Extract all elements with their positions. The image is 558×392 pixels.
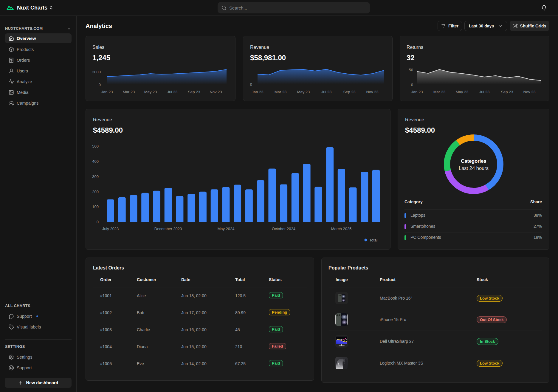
svg-text:Mar 23: Mar 23 bbox=[123, 90, 135, 94]
svg-text:100: 100 bbox=[92, 204, 99, 209]
svg-text:400: 400 bbox=[92, 159, 99, 164]
svg-text:Share: Share bbox=[530, 199, 542, 204]
svg-text:0: 0 bbox=[250, 82, 252, 87]
svg-text:May 2024: May 2024 bbox=[217, 227, 234, 231]
svg-text:May 23: May 23 bbox=[297, 90, 310, 94]
svg-text:Jan 23: Jan 23 bbox=[101, 90, 113, 94]
svg-text:0: 0 bbox=[411, 83, 413, 87]
svg-text:Sep 23: Sep 23 bbox=[188, 90, 200, 94]
svg-text:Categories: Categories bbox=[461, 158, 486, 164]
svg-text:2000: 2000 bbox=[92, 70, 101, 74]
svg-text:0: 0 bbox=[99, 83, 101, 87]
svg-text:27%: 27% bbox=[534, 224, 542, 229]
svg-text:October 2024: October 2024 bbox=[272, 227, 295, 231]
svg-text:Laptops: Laptops bbox=[410, 213, 425, 218]
svg-text:Nov 23: Nov 23 bbox=[523, 90, 535, 94]
svg-text:Jan 23: Jan 23 bbox=[411, 90, 423, 94]
svg-text:Smartphones: Smartphones bbox=[410, 224, 435, 229]
svg-text:200: 200 bbox=[92, 190, 99, 194]
svg-text:Mar 23: Mar 23 bbox=[433, 90, 445, 94]
svg-text:July 2023: July 2023 bbox=[102, 227, 119, 231]
svg-text:Last 24 hours: Last 24 hours bbox=[459, 165, 489, 171]
svg-text:December 2023: December 2023 bbox=[154, 227, 182, 231]
svg-text:May 23: May 23 bbox=[456, 90, 469, 94]
svg-text:Jan 23: Jan 23 bbox=[252, 90, 263, 94]
svg-text:March 2025: March 2025 bbox=[331, 227, 352, 231]
svg-text:0: 0 bbox=[97, 220, 99, 224]
svg-text:Nov 23: Nov 23 bbox=[210, 90, 222, 94]
svg-text:May 23: May 23 bbox=[144, 90, 157, 94]
svg-text:300: 300 bbox=[92, 174, 99, 179]
svg-text:500: 500 bbox=[92, 144, 99, 148]
svg-text:Sep 23: Sep 23 bbox=[501, 90, 513, 94]
svg-text:Jul 23: Jul 23 bbox=[479, 90, 490, 94]
svg-text:Mar 23: Mar 23 bbox=[275, 90, 286, 94]
svg-text:38%: 38% bbox=[534, 213, 542, 218]
svg-text:Category: Category bbox=[404, 199, 423, 204]
svg-text:Sep 23: Sep 23 bbox=[343, 90, 355, 94]
svg-text:Jul 23: Jul 23 bbox=[167, 90, 178, 94]
svg-text:50: 50 bbox=[409, 68, 413, 72]
svg-text:Nov 23: Nov 23 bbox=[366, 90, 378, 94]
svg-text:Jul 23: Jul 23 bbox=[321, 90, 332, 94]
svg-text:18%: 18% bbox=[534, 235, 542, 240]
svg-text:Total: Total bbox=[369, 238, 378, 242]
svg-text:PC Components: PC Components bbox=[410, 235, 441, 240]
